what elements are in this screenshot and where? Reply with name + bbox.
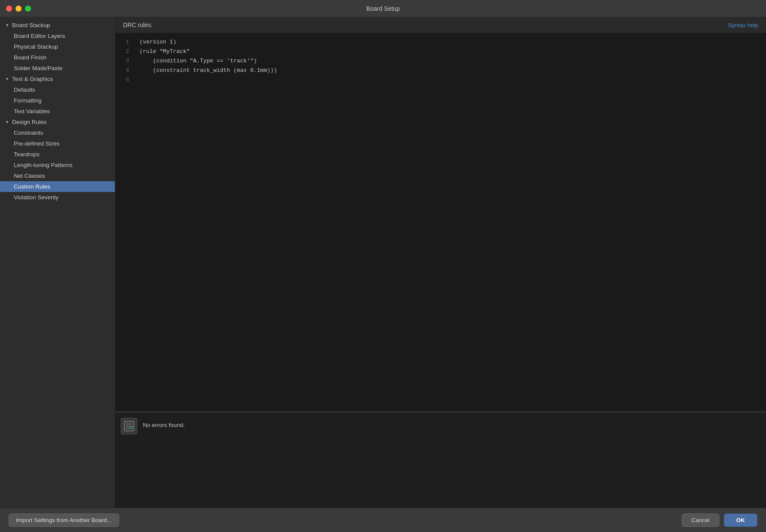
sidebar-item-label: Solder Mask/Paste	[14, 65, 62, 71]
sidebar-group-label-design-rules: Design Rules	[12, 119, 46, 125]
sidebar-group-label-board-stackup: Board Stackup	[12, 22, 50, 28]
bottom-right-buttons: Cancel OK	[682, 513, 757, 527]
sidebar-item-length-tuning-patterns[interactable]: Length-tuning Patterns	[0, 160, 115, 170]
code-content[interactable]: (version 1)(rule "MyTrack" (condition "A…	[134, 33, 766, 411]
code-line-4: (constraint track_width (max 0.1mm)))	[134, 66, 766, 75]
checklist-icon	[124, 421, 135, 432]
sidebar-item-label: Defaults	[14, 87, 35, 93]
sidebar-item-board-editor-layers[interactable]: Board Editor Layers	[0, 31, 115, 41]
close-button[interactable]	[6, 6, 12, 12]
sidebar: ▾ Board Stackup Board Editor Layers Phys…	[0, 17, 115, 508]
sidebar-item-label: Net Classes	[14, 173, 45, 179]
sidebar-item-text-variables[interactable]: Text Variables	[0, 106, 115, 117]
import-settings-button[interactable]: Import Settings from Another Board...	[9, 513, 119, 527]
sidebar-item-label: Length-tuning Patterns	[14, 162, 73, 168]
drc-rules-label: DRC rules:	[123, 22, 152, 28]
sidebar-item-label: Board Editor Layers	[14, 33, 65, 39]
line-number: 4	[122, 66, 129, 75]
code-line-2: (rule "MyTrack"	[134, 47, 766, 56]
sidebar-item-board-finish[interactable]: Board Finish	[0, 52, 115, 63]
sidebar-item-label: Board Finish	[14, 54, 46, 61]
sidebar-item-label: Constraints	[14, 130, 43, 136]
error-icon-box	[120, 418, 138, 435]
line-number: 3	[122, 56, 129, 66]
maximize-button[interactable]	[25, 6, 31, 12]
ok-button[interactable]: OK	[724, 513, 757, 527]
main-content: ▾ Board Stackup Board Editor Layers Phys…	[0, 17, 766, 508]
minimize-button[interactable]	[15, 6, 22, 12]
chevron-down-icon: ▾	[4, 76, 10, 82]
sidebar-group-design-rules[interactable]: ▾ Design Rules	[0, 117, 115, 127]
sidebar-item-net-classes[interactable]: Net Classes	[0, 170, 115, 181]
right-panel: DRC rules: Syntax help 1 2 3 4 5 (versio…	[115, 17, 766, 508]
sidebar-item-formatting[interactable]: Formatting	[0, 95, 115, 106]
chevron-down-icon: ▾	[4, 119, 10, 125]
sidebar-item-label: Violation Severity	[14, 194, 59, 201]
sidebar-group-label-text-graphics: Text & Graphics	[12, 76, 53, 82]
sidebar-item-label: Physical Stackup	[14, 43, 58, 50]
sidebar-item-teardrops[interactable]: Teardrops	[0, 149, 115, 160]
drc-header: DRC rules: Syntax help	[115, 17, 766, 33]
sidebar-item-violation-severity[interactable]: Violation Severity	[0, 192, 115, 203]
code-line-1: (version 1)	[134, 37, 766, 47]
sidebar-item-label: Pre-defined Sizes	[14, 140, 60, 147]
line-number: 5	[122, 75, 129, 85]
sidebar-item-physical-stackup[interactable]: Physical Stackup	[0, 41, 115, 52]
sidebar-item-constraints[interactable]: Constraints	[0, 127, 115, 138]
code-line-3: (condition "A.Type == 'track'")	[134, 56, 766, 66]
error-panel: No errors found.	[115, 413, 766, 508]
code-editor[interactable]: 1 2 3 4 5 (version 1)(rule "MyTrack" (co…	[115, 33, 766, 411]
sidebar-group-text-graphics[interactable]: ▾ Text & Graphics	[0, 74, 115, 84]
window-title: Board Setup	[366, 5, 400, 12]
sidebar-item-label: Custom Rules	[14, 183, 50, 190]
sidebar-item-pre-defined-sizes[interactable]: Pre-defined Sizes	[0, 138, 115, 149]
syntax-help-link[interactable]: Syntax help	[728, 22, 758, 28]
bottom-bar: Import Settings from Another Board... Ca…	[0, 508, 766, 532]
sidebar-item-defaults[interactable]: Defaults	[0, 84, 115, 95]
line-numbers: 1 2 3 4 5	[115, 33, 134, 411]
sidebar-item-label: Formatting	[14, 97, 42, 104]
sidebar-item-label: Text Variables	[14, 108, 50, 114]
cancel-button[interactable]: Cancel	[682, 513, 720, 527]
sidebar-item-custom-rules[interactable]: Custom Rules	[0, 181, 115, 192]
error-message: No errors found.	[143, 418, 185, 428]
sidebar-item-label: Teardrops	[14, 151, 40, 158]
line-number: 2	[122, 47, 129, 56]
chevron-down-icon: ▾	[4, 22, 10, 28]
line-number: 1	[122, 37, 129, 47]
sidebar-group-board-stackup[interactable]: ▾ Board Stackup	[0, 20, 115, 31]
window-controls	[6, 6, 31, 12]
titlebar: Board Setup	[0, 0, 766, 17]
sidebar-item-solder-mask-paste[interactable]: Solder Mask/Paste	[0, 63, 115, 74]
